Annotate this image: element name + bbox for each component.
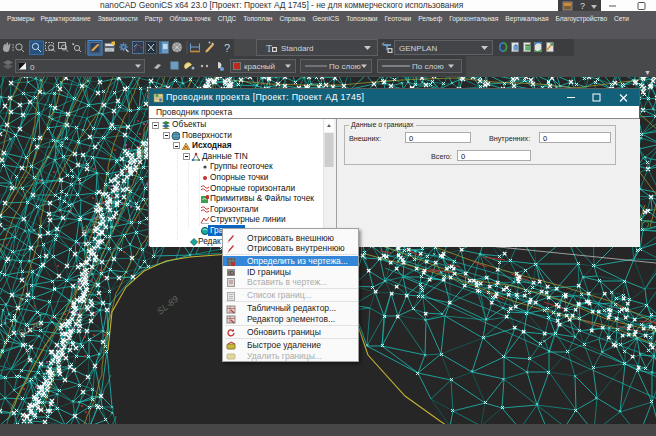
svg-text:красный: красный (244, 62, 275, 71)
svg-text:Standard: Standard (281, 44, 313, 53)
svg-text:?: ? (580, 1, 585, 11)
svg-text:SL-89: SL-89 (155, 294, 180, 317)
svg-text:По слою: По слою (412, 62, 444, 71)
svg-text:?: ? (224, 42, 230, 54)
svg-text:0: 0 (30, 63, 35, 72)
svg-text:T: T (266, 43, 272, 54)
svg-text:GENPLAN: GENPLAN (399, 44, 437, 53)
svg-text:По слою: По слою (329, 62, 361, 71)
svg-text:ID: ID (228, 270, 235, 276)
